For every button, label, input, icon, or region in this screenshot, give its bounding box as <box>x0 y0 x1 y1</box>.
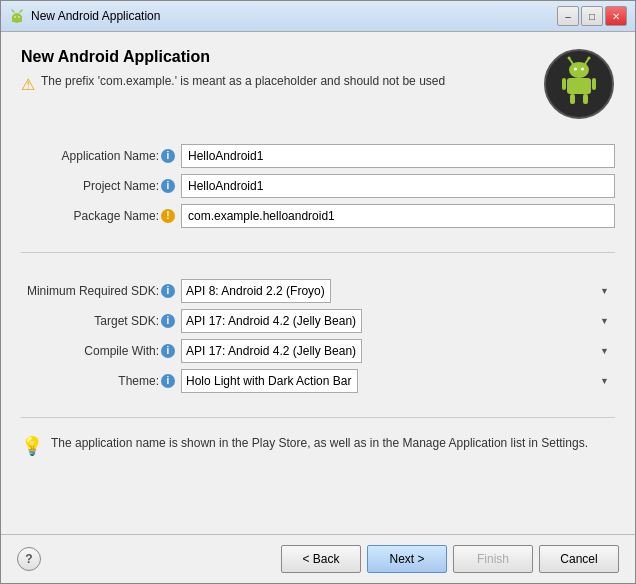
footer-left: ? <box>17 547 41 571</box>
application-name-row: Application Name: i <box>21 144 615 168</box>
window-icon <box>9 8 25 24</box>
form-divider <box>21 252 615 253</box>
compile-with-info-icon[interactable]: i <box>161 344 175 358</box>
target-sdk-select-wrapper: API 17: Android 4.2 (Jelly Bean) <box>181 309 615 333</box>
close-button[interactable]: ✕ <box>605 6 627 26</box>
back-button[interactable]: < Back <box>281 545 361 573</box>
svg-line-2 <box>12 10 14 12</box>
svg-rect-18 <box>583 94 588 104</box>
window-title: New Android Application <box>31 9 551 23</box>
warning-text: The prefix 'com.example.' is meant as a … <box>41 74 445 88</box>
application-name-input[interactable] <box>181 144 615 168</box>
info-section: 💡 The application name is shown in the P… <box>21 428 615 463</box>
application-name-info-icon[interactable]: i <box>161 149 175 163</box>
main-window: New Android Application – □ ✕ New Androi… <box>0 0 636 584</box>
form-area: Application Name: i Project Name: i Pack… <box>21 136 615 242</box>
help-button[interactable]: ? <box>17 547 41 571</box>
svg-point-12 <box>574 68 577 71</box>
min-sdk-label: Minimum Required SDK: i <box>21 284 181 298</box>
info-divider <box>21 417 615 418</box>
svg-point-5 <box>18 16 20 18</box>
theme-select[interactable]: Holo Light with Dark Action Bar <box>181 369 358 393</box>
dialog-content: New Android Application ⚠ The prefix 'co… <box>1 32 635 534</box>
svg-point-9 <box>568 57 571 60</box>
window-controls: – □ ✕ <box>557 6 627 26</box>
svg-line-3 <box>20 10 22 12</box>
compile-with-label: Compile With: i <box>21 344 181 358</box>
footer-buttons: < Back Next > Finish Cancel <box>281 545 619 573</box>
theme-info-icon[interactable]: i <box>161 374 175 388</box>
package-name-label: Package Name: ! <box>21 209 181 223</box>
svg-rect-16 <box>592 78 596 90</box>
compile-with-row: Compile With: i API 17: Android 4.2 (Jel… <box>21 339 615 363</box>
project-name-info-icon[interactable]: i <box>161 179 175 193</box>
info-text: The application name is shown in the Pla… <box>51 434 588 452</box>
finish-button[interactable]: Finish <box>453 545 533 573</box>
footer: ? < Back Next > Finish Cancel <box>1 534 635 583</box>
header-left: New Android Application ⚠ The prefix 'co… <box>21 48 543 94</box>
svg-point-4 <box>14 16 16 18</box>
minimize-button[interactable]: – <box>557 6 579 26</box>
svg-point-13 <box>581 68 584 71</box>
target-sdk-info-icon[interactable]: i <box>161 314 175 328</box>
project-name-row: Project Name: i <box>21 174 615 198</box>
android-logo <box>543 48 615 120</box>
sdk-form-area: Minimum Required SDK: i API 8: Android 2… <box>21 271 615 407</box>
svg-point-11 <box>588 57 591 60</box>
target-sdk-row: Target SDK: i API 17: Android 4.2 (Jelly… <box>21 309 615 333</box>
next-button[interactable]: Next > <box>367 545 447 573</box>
theme-label: Theme: i <box>21 374 181 388</box>
compile-with-select-wrapper: API 17: Android 4.2 (Jelly Bean) <box>181 339 615 363</box>
target-sdk-select[interactable]: API 17: Android 4.2 (Jelly Bean) <box>181 309 362 333</box>
project-name-label: Project Name: i <box>21 179 181 193</box>
target-sdk-label: Target SDK: i <box>21 314 181 328</box>
warning-row: ⚠ The prefix 'com.example.' is meant as … <box>21 74 543 94</box>
maximize-button[interactable]: □ <box>581 6 603 26</box>
warning-icon: ⚠ <box>21 75 35 94</box>
compile-with-select[interactable]: API 17: Android 4.2 (Jelly Bean) <box>181 339 362 363</box>
package-name-input[interactable] <box>181 204 615 228</box>
svg-rect-14 <box>567 78 591 94</box>
project-name-input[interactable] <box>181 174 615 198</box>
min-sdk-row: Minimum Required SDK: i API 8: Android 2… <box>21 279 615 303</box>
package-name-row: Package Name: ! <box>21 204 615 228</box>
svg-rect-1 <box>12 16 22 22</box>
min-sdk-select-wrapper: API 8: Android 2.2 (Froyo) <box>181 279 615 303</box>
theme-row: Theme: i Holo Light with Dark Action Bar <box>21 369 615 393</box>
bulb-icon: 💡 <box>21 435 43 457</box>
svg-rect-15 <box>562 78 566 90</box>
application-name-label: Application Name: i <box>21 149 181 163</box>
package-name-warn-icon[interactable]: ! <box>161 209 175 223</box>
svg-point-7 <box>569 62 589 78</box>
header-area: New Android Application ⚠ The prefix 'co… <box>21 48 615 120</box>
page-title: New Android Application <box>21 48 543 66</box>
min-sdk-select[interactable]: API 8: Android 2.2 (Froyo) <box>181 279 331 303</box>
theme-select-wrapper: Holo Light with Dark Action Bar <box>181 369 615 393</box>
title-bar: New Android Application – □ ✕ <box>1 1 635 32</box>
min-sdk-info-icon[interactable]: i <box>161 284 175 298</box>
svg-rect-17 <box>570 94 575 104</box>
cancel-button[interactable]: Cancel <box>539 545 619 573</box>
